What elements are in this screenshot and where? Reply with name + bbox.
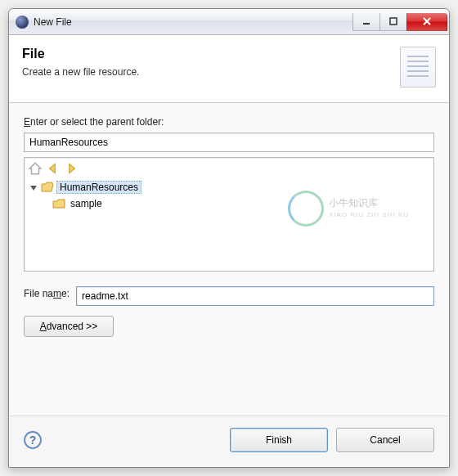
collapse-icon[interactable]: [29, 183, 38, 192]
close-button[interactable]: [406, 13, 447, 31]
cancel-button[interactable]: Cancel: [336, 428, 434, 452]
folder-icon: [52, 198, 65, 209]
help-icon[interactable]: ?: [24, 431, 42, 449]
tree-toolbar: [26, 159, 432, 179]
eclipse-icon: [16, 16, 29, 29]
forward-icon[interactable]: [64, 161, 79, 176]
tree-item-root[interactable]: HumanResources: [29, 179, 429, 195]
dialog-window: New File File Create a new file resource…: [8, 8, 450, 468]
svg-rect-1: [390, 18, 397, 25]
banner-heading: File: [22, 47, 392, 61]
home-icon[interactable]: [28, 161, 43, 176]
folder-open-icon: [41, 182, 54, 193]
back-icon[interactable]: [46, 161, 61, 176]
folder-tree[interactable]: HumanResources sample 小牛知识库XIAO NIU ZHI …: [24, 157, 434, 272]
tree-item-label: sample: [68, 198, 105, 209]
footer: ? Finish Cancel: [9, 415, 449, 467]
content-area: Enter or select the parent folder: Human…: [9, 103, 449, 415]
banner-subheading: Create a new file resource.: [22, 66, 392, 78]
window-title: New File: [34, 16, 353, 28]
titlebar[interactable]: New File: [9, 9, 449, 35]
tree-item-label: HumanResources: [56, 181, 141, 194]
file-icon: [400, 47, 436, 88]
banner: File Create a new file resource.: [9, 35, 449, 103]
tree-item-child[interactable]: sample: [29, 195, 429, 212]
window-controls: [353, 13, 447, 31]
parent-folder-label: Enter or select the parent folder:: [24, 116, 434, 128]
parent-folder-input[interactable]: [24, 132, 434, 152]
maximize-button[interactable]: [379, 13, 407, 31]
filename-label: File name:: [24, 288, 70, 299]
advanced-button[interactable]: Advanced >>: [24, 316, 114, 337]
finish-button[interactable]: Finish: [230, 428, 328, 452]
minimize-button[interactable]: [352, 13, 380, 31]
filename-input[interactable]: [76, 286, 434, 306]
